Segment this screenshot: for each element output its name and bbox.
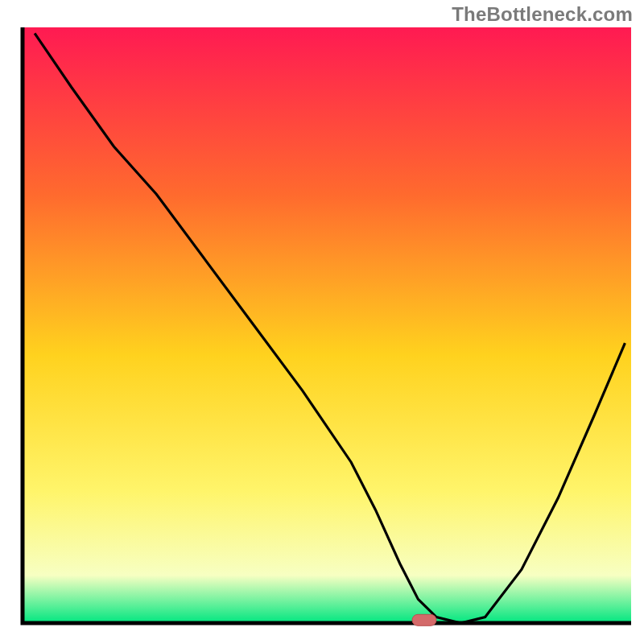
watermark-text: TheBottleneck.com: [452, 3, 633, 26]
optimal-marker: [412, 614, 436, 625]
bottleneck-chart-svg: [0, 0, 644, 644]
chart-frame: TheBottleneck.com: [0, 0, 644, 644]
